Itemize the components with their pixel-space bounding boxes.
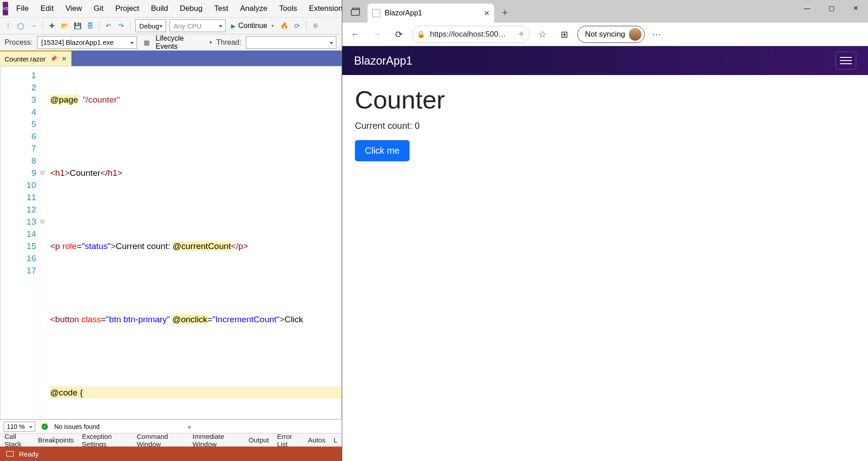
play-icon: ▶ bbox=[231, 23, 236, 29]
browser-toolbar: ← → ⟳ 🔒 https://localhost:500… ✧ ☆ ⊞ Not… bbox=[342, 23, 868, 46]
app-navbar: BlazorApp1 bbox=[342, 46, 868, 75]
redo-icon[interactable]: ↷ bbox=[116, 20, 127, 31]
vs-menubar: VS File Edit View Git Project Build Debu… bbox=[0, 0, 342, 17]
page-heading: Counter bbox=[355, 85, 855, 114]
ok-icon: ✓ bbox=[42, 423, 48, 430]
undo-icon[interactable]: ↶ bbox=[103, 20, 114, 31]
menu-project[interactable]: Project bbox=[110, 1, 145, 16]
maximize-button[interactable]: ▢ bbox=[819, 0, 844, 16]
status-bar: Ready bbox=[0, 447, 342, 461]
tab-breakpoints[interactable]: Breakpoints bbox=[38, 436, 74, 444]
more-menu-button[interactable]: ⋯ bbox=[649, 29, 665, 40]
platform-dropdown[interactable]: Any CPU bbox=[170, 19, 226, 32]
browser-link-icon[interactable]: ⎘ bbox=[310, 20, 321, 31]
menu-tools[interactable]: Tools bbox=[274, 1, 303, 16]
pin-icon[interactable]: 📌 bbox=[50, 56, 57, 62]
tab-counter-razor[interactable]: Counter.razor 📌 ✕ bbox=[0, 51, 71, 66]
menu-view[interactable]: View bbox=[60, 1, 88, 16]
nav-forward-icon[interactable]: → bbox=[28, 20, 39, 31]
menu-analyze[interactable]: Analyze bbox=[235, 1, 273, 16]
vs-logo-icon: VS bbox=[3, 2, 8, 15]
new-tab-button[interactable]: + bbox=[497, 5, 513, 21]
menu-git[interactable]: Git bbox=[88, 1, 109, 16]
window-controls: — ▢ ✕ bbox=[795, 0, 868, 16]
click-me-button[interactable]: Click me bbox=[355, 140, 410, 161]
tab-error-list[interactable]: Error List bbox=[277, 433, 300, 448]
process-dropdown[interactable]: [15324] BlazorApp1.exe bbox=[37, 36, 137, 49]
app-brand[interactable]: BlazorApp1 bbox=[354, 54, 412, 67]
sync-label: Not syncing bbox=[585, 30, 625, 39]
status-text: Ready bbox=[19, 450, 38, 458]
lifecycle-icon[interactable]: ▦ bbox=[142, 37, 152, 48]
counter-status-text: Current count: 0 bbox=[355, 121, 855, 131]
issues-label[interactable]: No issues found bbox=[54, 423, 99, 430]
reading-list-icon[interactable]: ✧ bbox=[518, 29, 524, 39]
save-icon[interactable]: 💾 bbox=[72, 20, 83, 31]
collections-icon[interactable]: ⊞ bbox=[556, 26, 573, 43]
save-all-icon[interactable]: 🗄 bbox=[85, 20, 95, 31]
code-area[interactable]: @page "/counter" <h1>Counter</h1> <p rol… bbox=[49, 66, 341, 419]
avatar-icon bbox=[629, 28, 642, 41]
close-tab-icon[interactable]: ✕ bbox=[484, 9, 490, 18]
thread-label: Thread: bbox=[217, 38, 241, 47]
svg-rect-0 bbox=[351, 9, 359, 15]
tab-exception-settings[interactable]: Exception Settings bbox=[82, 433, 128, 448]
new-item-icon[interactable]: ✚ bbox=[47, 20, 57, 31]
forward-button[interactable]: → bbox=[368, 26, 386, 43]
caret-icon: ◂ bbox=[187, 423, 190, 430]
favicon-icon bbox=[372, 9, 380, 17]
menu-file[interactable]: File bbox=[11, 1, 34, 16]
menu-build[interactable]: Build bbox=[146, 1, 174, 16]
hot-reload-icon[interactable]: 🔥 bbox=[279, 20, 290, 31]
edge-browser-window: BlazorApp1 ✕ + — ▢ ✕ ← → ⟳ 🔒 https://loc… bbox=[342, 0, 868, 461]
refresh-button[interactable]: ⟳ bbox=[390, 26, 407, 43]
svg-rect-1 bbox=[353, 8, 359, 9]
code-editor[interactable]: 1234567891011121314151617 ⊟⊟ @page "/cou… bbox=[0, 66, 342, 419]
document-tab-well: Counter.razor 📌 ✕ bbox=[0, 51, 342, 66]
browser-tab-title: BlazorApp1 bbox=[385, 9, 422, 17]
status-icon bbox=[6, 451, 14, 456]
fold-gutter[interactable]: ⊟⊟ bbox=[40, 66, 49, 419]
close-tab-icon[interactable]: ✕ bbox=[61, 55, 67, 62]
tab-autos[interactable]: Autos bbox=[308, 436, 325, 444]
tab-call-stack[interactable]: Call Stack bbox=[5, 433, 30, 448]
restart-icon[interactable]: ⟳ bbox=[292, 20, 302, 31]
visual-studio-window: VS File Edit View Git Project Build Debu… bbox=[0, 0, 342, 461]
tab-manager-icon[interactable] bbox=[347, 4, 364, 21]
url-text: https://localhost:500… bbox=[430, 30, 514, 39]
profile-sync-button[interactable]: Not syncing bbox=[577, 26, 645, 43]
tool-window-tabs: Call Stack Breakpoints Exception Setting… bbox=[0, 433, 342, 447]
hamburger-icon[interactable] bbox=[835, 52, 856, 70]
back-button[interactable]: ← bbox=[347, 26, 364, 43]
favorites-icon[interactable]: ☆ bbox=[534, 26, 551, 43]
browser-tab[interactable]: BlazorApp1 ✕ bbox=[368, 4, 494, 23]
address-bar[interactable]: 🔒 https://localhost:500… ✧ bbox=[412, 26, 529, 43]
menu-test[interactable]: Test bbox=[209, 1, 234, 16]
tab-title: Counter.razor bbox=[5, 55, 46, 63]
menu-edit[interactable]: Edit bbox=[35, 1, 59, 16]
editor-footer: 110 % ✓ No issues found ◂ bbox=[0, 419, 342, 433]
drag-handle-icon: ⋮ bbox=[3, 20, 14, 31]
tab-command-window[interactable]: Command Window bbox=[137, 433, 184, 448]
lifecycle-label[interactable]: Lifecycle Events bbox=[156, 34, 205, 51]
close-window-button[interactable]: ✕ bbox=[844, 0, 868, 16]
browser-viewport: BlazorApp1 Counter Current count: 0 Clic… bbox=[342, 46, 868, 461]
lock-icon[interactable]: 🔒 bbox=[417, 30, 425, 38]
tab-locals[interactable]: L bbox=[334, 436, 337, 444]
thread-dropdown[interactable] bbox=[246, 36, 336, 49]
continue-button[interactable]: ▶ Continue ▼ bbox=[228, 22, 277, 30]
tab-immediate-window[interactable]: Immediate Window bbox=[193, 433, 241, 448]
nav-back-icon[interactable]: ◯ bbox=[15, 20, 26, 31]
vs-debug-toolbar: Process: [15324] BlazorApp1.exe ▦ Lifecy… bbox=[0, 34, 342, 51]
minimize-button[interactable]: — bbox=[795, 0, 819, 16]
zoom-dropdown[interactable]: 110 % bbox=[4, 422, 35, 432]
tab-output[interactable]: Output bbox=[249, 436, 269, 444]
app-page: Counter Current count: 0 Click me bbox=[342, 75, 868, 171]
process-label: Process: bbox=[5, 38, 33, 47]
vs-main-toolbar: ⋮ ◯ → ✚ 📂 💾 🗄 ↶ ↷ Debug Any CPU ▶ Contin… bbox=[0, 17, 342, 34]
browser-titlebar: BlazorApp1 ✕ + — ▢ ✕ bbox=[342, 0, 868, 23]
menu-debug[interactable]: Debug bbox=[175, 1, 208, 16]
line-number-gutter: 1234567891011121314151617 bbox=[0, 66, 40, 419]
open-file-icon[interactable]: 📂 bbox=[59, 20, 70, 31]
configuration-dropdown[interactable]: Debug bbox=[135, 19, 166, 32]
